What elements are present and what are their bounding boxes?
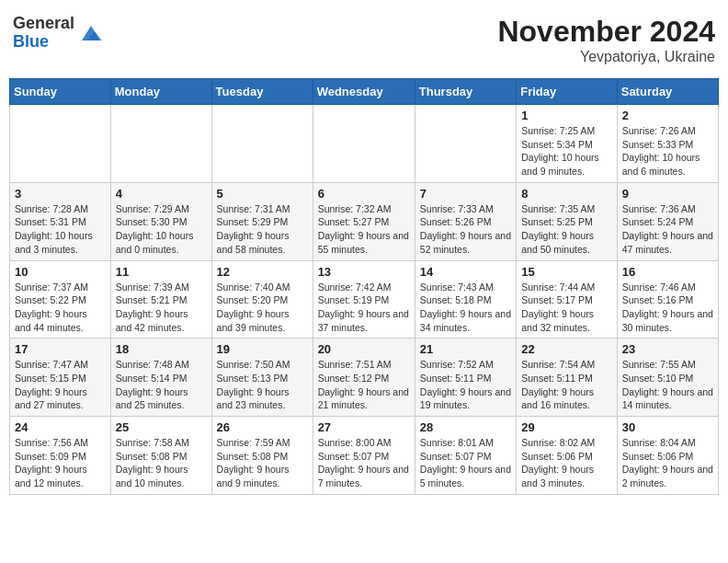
weekday-header-friday: Friday bbox=[517, 79, 618, 105]
day-number: 1 bbox=[521, 109, 612, 122]
weekday-header-row: SundayMondayTuesdayWednesdayThursdayFrid… bbox=[10, 79, 719, 105]
calendar-cell bbox=[211, 105, 313, 183]
calendar-cell: 27Sunrise: 8:00 AM Sunset: 5:07 PM Dayli… bbox=[313, 417, 415, 495]
day-number: 23 bbox=[622, 342, 713, 356]
logo-general-text: General bbox=[13, 15, 74, 33]
calendar-cell: 10Sunrise: 7:37 AM Sunset: 5:22 PM Dayli… bbox=[10, 260, 111, 339]
calendar-cell: 16Sunrise: 7:46 AM Sunset: 5:16 PM Dayli… bbox=[617, 260, 718, 339]
calendar-cell: 4Sunrise: 7:29 AM Sunset: 5:30 PM Daylig… bbox=[110, 182, 211, 260]
day-info: Sunrise: 7:56 AM Sunset: 5:09 PM Dayligh… bbox=[15, 436, 106, 490]
calendar-table: SundayMondayTuesdayWednesdayThursdayFrid… bbox=[9, 78, 719, 495]
calendar-location: Yevpatoriya, Ukraine bbox=[497, 49, 715, 65]
day-info: Sunrise: 7:52 AM Sunset: 5:11 PM Dayligh… bbox=[420, 358, 511, 412]
weekday-header-wednesday: Wednesday bbox=[313, 79, 415, 105]
day-number: 25 bbox=[116, 420, 207, 434]
calendar-cell: 19Sunrise: 7:50 AM Sunset: 5:13 PM Dayli… bbox=[211, 339, 313, 417]
day-info: Sunrise: 7:44 AM Sunset: 5:17 PM Dayligh… bbox=[521, 281, 612, 335]
day-number: 3 bbox=[15, 187, 106, 201]
day-number: 28 bbox=[420, 420, 511, 434]
day-info: Sunrise: 7:50 AM Sunset: 5:13 PM Dayligh… bbox=[217, 358, 308, 412]
calendar-cell: 1Sunrise: 7:25 AM Sunset: 5:34 PM Daylig… bbox=[517, 105, 618, 183]
calendar-cell bbox=[313, 105, 415, 183]
day-info: Sunrise: 8:04 AM Sunset: 5:06 PM Dayligh… bbox=[622, 436, 713, 490]
day-info: Sunrise: 7:43 AM Sunset: 5:18 PM Dayligh… bbox=[420, 281, 511, 335]
calendar-cell bbox=[10, 105, 111, 183]
day-info: Sunrise: 7:39 AM Sunset: 5:21 PM Dayligh… bbox=[116, 281, 207, 335]
week-row-2: 3Sunrise: 7:28 AM Sunset: 5:31 PM Daylig… bbox=[10, 182, 719, 260]
day-info: Sunrise: 8:01 AM Sunset: 5:07 PM Dayligh… bbox=[420, 436, 511, 490]
day-info: Sunrise: 7:40 AM Sunset: 5:20 PM Dayligh… bbox=[217, 281, 308, 335]
calendar-cell: 11Sunrise: 7:39 AM Sunset: 5:21 PM Dayli… bbox=[110, 260, 211, 339]
day-info: Sunrise: 8:02 AM Sunset: 5:06 PM Dayligh… bbox=[521, 436, 612, 490]
calendar-cell: 23Sunrise: 7:55 AM Sunset: 5:10 PM Dayli… bbox=[617, 339, 718, 417]
calendar-cell bbox=[110, 105, 211, 183]
calendar-cell: 28Sunrise: 8:01 AM Sunset: 5:07 PM Dayli… bbox=[415, 417, 516, 495]
day-info: Sunrise: 7:58 AM Sunset: 5:08 PM Dayligh… bbox=[116, 436, 207, 490]
day-number: 22 bbox=[521, 342, 612, 356]
calendar-cell: 24Sunrise: 7:56 AM Sunset: 5:09 PM Dayli… bbox=[10, 417, 111, 495]
page-header: General Blue November 2024 Yevpatoriya, … bbox=[9, 9, 719, 71]
day-number: 18 bbox=[116, 342, 207, 356]
day-info: Sunrise: 8:00 AM Sunset: 5:07 PM Dayligh… bbox=[318, 436, 410, 490]
week-row-1: 1Sunrise: 7:25 AM Sunset: 5:34 PM Daylig… bbox=[10, 105, 719, 183]
day-info: Sunrise: 7:46 AM Sunset: 5:16 PM Dayligh… bbox=[622, 281, 713, 335]
day-number: 6 bbox=[318, 187, 410, 201]
day-info: Sunrise: 7:42 AM Sunset: 5:19 PM Dayligh… bbox=[318, 281, 410, 335]
day-info: Sunrise: 7:54 AM Sunset: 5:11 PM Dayligh… bbox=[521, 358, 612, 412]
weekday-header-monday: Monday bbox=[110, 79, 211, 105]
calendar-cell: 13Sunrise: 7:42 AM Sunset: 5:19 PM Dayli… bbox=[313, 260, 415, 339]
day-number: 5 bbox=[217, 187, 308, 201]
day-number: 19 bbox=[217, 342, 308, 356]
day-info: Sunrise: 7:29 AM Sunset: 5:30 PM Dayligh… bbox=[116, 202, 207, 257]
calendar-cell: 8Sunrise: 7:35 AM Sunset: 5:25 PM Daylig… bbox=[517, 182, 618, 260]
day-info: Sunrise: 7:36 AM Sunset: 5:24 PM Dayligh… bbox=[622, 202, 713, 257]
day-info: Sunrise: 7:25 AM Sunset: 5:34 PM Dayligh… bbox=[521, 124, 612, 178]
calendar-cell: 17Sunrise: 7:47 AM Sunset: 5:15 PM Dayli… bbox=[10, 339, 111, 417]
weekday-header-tuesday: Tuesday bbox=[211, 79, 313, 105]
week-row-3: 10Sunrise: 7:37 AM Sunset: 5:22 PM Dayli… bbox=[10, 260, 719, 339]
day-number: 24 bbox=[15, 420, 106, 434]
day-info: Sunrise: 7:32 AM Sunset: 5:27 PM Dayligh… bbox=[318, 202, 410, 257]
day-number: 11 bbox=[116, 265, 207, 279]
calendar-cell bbox=[415, 105, 516, 183]
day-number: 21 bbox=[420, 342, 511, 356]
day-number: 16 bbox=[622, 265, 713, 279]
logo: General Blue bbox=[13, 15, 104, 52]
day-info: Sunrise: 7:31 AM Sunset: 5:29 PM Dayligh… bbox=[217, 202, 308, 257]
calendar-cell: 22Sunrise: 7:54 AM Sunset: 5:11 PM Dayli… bbox=[517, 339, 618, 417]
day-info: Sunrise: 7:47 AM Sunset: 5:15 PM Dayligh… bbox=[15, 358, 106, 412]
day-info: Sunrise: 7:35 AM Sunset: 5:25 PM Dayligh… bbox=[521, 202, 612, 257]
logo-icon bbox=[78, 20, 104, 46]
day-number: 7 bbox=[420, 187, 511, 201]
calendar-cell: 6Sunrise: 7:32 AM Sunset: 5:27 PM Daylig… bbox=[313, 182, 415, 260]
day-number: 13 bbox=[318, 265, 410, 279]
week-row-4: 17Sunrise: 7:47 AM Sunset: 5:15 PM Dayli… bbox=[10, 339, 719, 417]
week-row-5: 24Sunrise: 7:56 AM Sunset: 5:09 PM Dayli… bbox=[10, 417, 719, 495]
calendar-cell: 14Sunrise: 7:43 AM Sunset: 5:18 PM Dayli… bbox=[415, 260, 516, 339]
calendar-cell: 20Sunrise: 7:51 AM Sunset: 5:12 PM Dayli… bbox=[313, 339, 415, 417]
day-info: Sunrise: 7:59 AM Sunset: 5:08 PM Dayligh… bbox=[217, 436, 308, 490]
calendar-cell: 9Sunrise: 7:36 AM Sunset: 5:24 PM Daylig… bbox=[617, 182, 718, 260]
weekday-header-thursday: Thursday bbox=[415, 79, 516, 105]
calendar-cell: 5Sunrise: 7:31 AM Sunset: 5:29 PM Daylig… bbox=[211, 182, 313, 260]
day-number: 2 bbox=[622, 109, 713, 122]
day-info: Sunrise: 7:33 AM Sunset: 5:26 PM Dayligh… bbox=[420, 202, 511, 257]
day-number: 10 bbox=[15, 265, 106, 279]
calendar-cell: 18Sunrise: 7:48 AM Sunset: 5:14 PM Dayli… bbox=[110, 339, 211, 417]
calendar-title: November 2024 bbox=[497, 15, 715, 49]
calendar-cell: 3Sunrise: 7:28 AM Sunset: 5:31 PM Daylig… bbox=[10, 182, 111, 260]
weekday-header-saturday: Saturday bbox=[617, 79, 718, 105]
day-number: 14 bbox=[420, 265, 511, 279]
day-info: Sunrise: 7:51 AM Sunset: 5:12 PM Dayligh… bbox=[318, 358, 410, 412]
weekday-header-sunday: Sunday bbox=[10, 79, 111, 105]
calendar-cell: 2Sunrise: 7:26 AM Sunset: 5:33 PM Daylig… bbox=[617, 105, 718, 183]
day-number: 4 bbox=[116, 187, 207, 201]
logo-blue-text: Blue bbox=[13, 33, 74, 52]
day-number: 29 bbox=[521, 420, 612, 434]
calendar-cell: 29Sunrise: 8:02 AM Sunset: 5:06 PM Dayli… bbox=[517, 417, 618, 495]
day-number: 8 bbox=[521, 187, 612, 201]
day-info: Sunrise: 7:48 AM Sunset: 5:14 PM Dayligh… bbox=[116, 358, 207, 412]
day-number: 12 bbox=[217, 265, 308, 279]
day-info: Sunrise: 7:26 AM Sunset: 5:33 PM Dayligh… bbox=[622, 124, 713, 178]
day-info: Sunrise: 7:55 AM Sunset: 5:10 PM Dayligh… bbox=[622, 358, 713, 412]
